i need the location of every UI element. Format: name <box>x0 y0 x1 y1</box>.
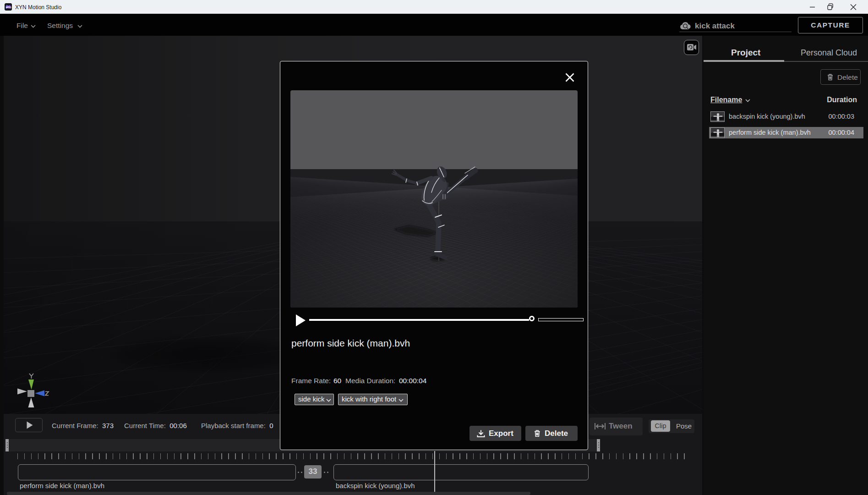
svg-text:MOS: MOS <box>6 6 12 9</box>
